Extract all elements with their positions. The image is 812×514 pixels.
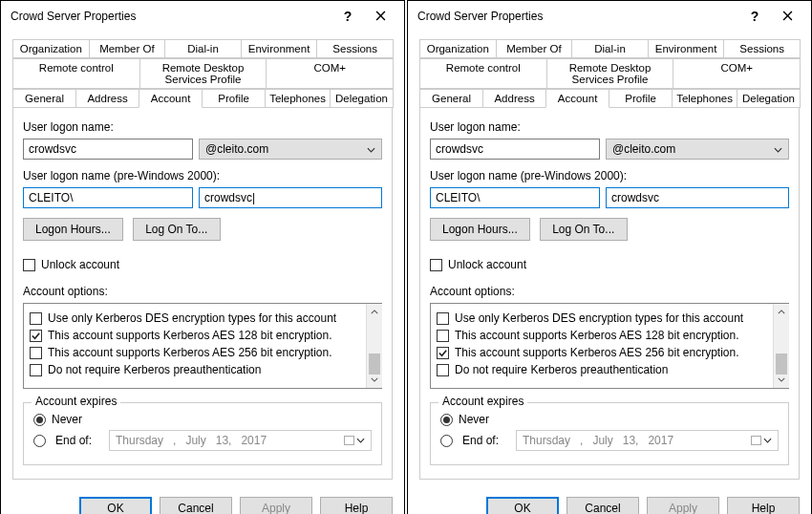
tab-remote-desktop-services-profile[interactable]: Remote Desktop Services Profile <box>546 58 674 89</box>
tab-general[interactable]: General <box>12 89 76 108</box>
tab-dial-in[interactable]: Dial-in <box>571 39 649 58</box>
log-on-to-button[interactable]: Log On To... <box>540 218 628 241</box>
logon-hours-button[interactable]: Logon Hours... <box>23 218 123 241</box>
checkbox-icon[interactable] <box>30 312 42 325</box>
cancel-button[interactable]: Cancel <box>566 497 639 514</box>
tab-remote-desktop-services-profile[interactable]: Remote Desktop Services Profile <box>139 58 267 89</box>
account-option-0[interactable]: Use only Kerberos DES encryption types f… <box>437 311 783 325</box>
account-options-list[interactable]: Use only Kerberos DES encryption types f… <box>23 303 382 389</box>
tab-telephones[interactable]: Telephones <box>672 89 737 108</box>
account-option-1[interactable]: This account supports Kerberos AES 128 b… <box>30 329 376 342</box>
help-icon[interactable]: ? <box>738 9 771 24</box>
checkbox-icon[interactable] <box>30 330 42 342</box>
date-day: 13, <box>216 434 232 447</box>
tab-telephones[interactable]: Telephones <box>265 89 331 108</box>
pre2000-user-input[interactable] <box>606 187 789 208</box>
tab-address[interactable]: Address <box>75 89 139 108</box>
cancel-button[interactable]: Cancel <box>160 497 232 514</box>
tab-general[interactable]: General <box>419 89 483 108</box>
checkbox-icon[interactable] <box>437 364 449 376</box>
tab-organization[interactable]: Organization <box>419 39 497 58</box>
tab-delegation[interactable]: Delegation <box>330 89 394 108</box>
never-label: Never <box>459 413 489 426</box>
window-title: Crowd Server Properties <box>417 10 738 23</box>
pre2000-domain-input[interactable] <box>23 187 193 208</box>
expires-endof-row[interactable]: End of: Thursday , July 13, 2017 <box>440 430 779 451</box>
date-weekday: Thursday <box>523 434 570 447</box>
logon-name-input[interactable] <box>430 139 600 160</box>
tab-dial-in[interactable]: Dial-in <box>164 39 242 58</box>
tab-sessions[interactable]: Sessions <box>723 39 801 58</box>
tab-remote-control[interactable]: Remote control <box>419 58 547 89</box>
tab-environment[interactable]: Environment <box>241 39 318 58</box>
tab-organization[interactable]: Organization <box>12 39 90 58</box>
scroll-up-icon[interactable] <box>367 304 382 320</box>
checkbox-icon[interactable] <box>30 364 42 376</box>
apply-button[interactable]: Apply <box>240 497 312 514</box>
help-button[interactable]: Help <box>320 497 393 514</box>
scrollbar[interactable] <box>773 304 789 388</box>
checkbox-icon[interactable] <box>23 259 35 271</box>
account-option-3[interactable]: Do not require Kerberos preauthenticatio… <box>437 363 783 376</box>
tab-sessions[interactable]: Sessions <box>316 39 394 58</box>
domain-combo[interactable]: @cleito.com <box>199 139 382 160</box>
expires-never-row[interactable]: Never <box>33 413 372 426</box>
expiry-date-picker[interactable]: Thursday , July 13, 2017 <box>109 430 372 451</box>
chevron-down-icon[interactable] <box>361 142 381 156</box>
logon-hours-button[interactable]: Logon Hours... <box>430 218 530 241</box>
scroll-up-icon[interactable] <box>774 304 789 320</box>
checkbox-icon[interactable] <box>437 330 449 342</box>
apply-button[interactable]: Apply <box>647 497 719 514</box>
ok-button[interactable]: OK <box>486 497 559 514</box>
scroll-thumb[interactable] <box>369 353 380 375</box>
account-option-0[interactable]: Use only Kerberos DES encryption types f… <box>30 311 376 325</box>
radio-icon[interactable] <box>33 435 46 447</box>
tab-address[interactable]: Address <box>482 89 546 108</box>
pre2000-domain-input[interactable] <box>430 187 600 208</box>
account-option-3[interactable]: Do not require Kerberos preauthenticatio… <box>30 363 376 376</box>
radio-icon[interactable] <box>440 414 453 426</box>
calendar-icon[interactable] <box>751 436 761 445</box>
tab-member-of[interactable]: Member Of <box>89 39 166 58</box>
checkbox-icon[interactable] <box>30 347 42 359</box>
checkbox-icon[interactable] <box>430 259 442 271</box>
help-icon[interactable]: ? <box>331 9 364 24</box>
tab-environment[interactable]: Environment <box>648 39 725 58</box>
tab-delegation[interactable]: Delegation <box>737 89 801 108</box>
tab-remote-control[interactable]: Remote control <box>12 58 140 89</box>
account-option-2[interactable]: This account supports Kerberos AES 256 b… <box>30 346 376 359</box>
chevron-down-icon[interactable] <box>768 142 788 156</box>
scroll-thumb[interactable] <box>776 353 787 375</box>
logon-name-input[interactable] <box>23 139 193 160</box>
scrollbar[interactable] <box>366 304 382 388</box>
expires-endof-row[interactable]: End of: Thursday , July 13, 2017 <box>33 430 372 451</box>
pre2000-user-input[interactable] <box>199 187 382 208</box>
checkbox-icon[interactable] <box>437 312 449 325</box>
domain-combo[interactable]: @cleito.com <box>606 139 789 160</box>
account-option-1[interactable]: This account supports Kerberos AES 128 b… <box>437 329 783 342</box>
help-button[interactable]: Help <box>727 497 800 514</box>
account-options-list[interactable]: Use only Kerberos DES encryption types f… <box>430 303 789 389</box>
checkbox-icon[interactable] <box>437 347 449 359</box>
account-option-2[interactable]: This account supports Kerberos AES 256 b… <box>437 346 783 359</box>
tab-com+[interactable]: COM+ <box>266 58 394 89</box>
scroll-track[interactable] <box>774 320 789 372</box>
tab-member-of[interactable]: Member Of <box>496 39 573 58</box>
calendar-icon[interactable] <box>344 436 354 445</box>
radio-icon[interactable] <box>440 435 453 447</box>
radio-icon[interactable] <box>33 414 46 426</box>
scroll-track[interactable] <box>367 320 382 372</box>
log-on-to-button[interactable]: Log On To... <box>133 218 221 241</box>
unlock-account-row[interactable]: Unlock account <box>430 258 789 271</box>
unlock-account-row[interactable]: Unlock account <box>23 258 382 271</box>
tab-account[interactable]: Account <box>139 89 203 108</box>
ok-button[interactable]: OK <box>79 497 152 514</box>
close-icon[interactable] <box>771 9 803 24</box>
tab-com+[interactable]: COM+ <box>673 58 801 89</box>
tab-account[interactable]: Account <box>545 89 609 108</box>
close-icon[interactable] <box>364 9 396 24</box>
tab-profile[interactable]: Profile <box>202 89 266 108</box>
expires-never-row[interactable]: Never <box>440 413 779 426</box>
expiry-date-picker[interactable]: Thursday , July 13, 2017 <box>516 430 779 451</box>
tab-profile[interactable]: Profile <box>609 89 673 108</box>
